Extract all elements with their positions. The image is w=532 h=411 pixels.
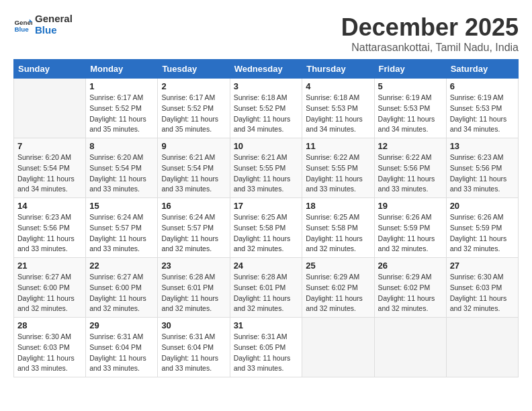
calendar-cell: 27Sunrise: 6:30 AMSunset: 6:03 PMDayligh…	[446, 258, 518, 318]
day-number: 25	[306, 261, 370, 271]
day-info: Sunrise: 6:27 AMSunset: 6:00 PMDaylight:…	[89, 272, 154, 314]
calendar-week-row: 21Sunrise: 6:27 AMSunset: 6:00 PMDayligh…	[14, 258, 519, 318]
calendar-cell: 14Sunrise: 6:23 AMSunset: 5:56 PMDayligh…	[14, 198, 86, 258]
day-number: 12	[378, 141, 443, 151]
day-number: 7	[17, 141, 82, 151]
day-info: Sunrise: 6:19 AMSunset: 5:53 PMDaylight:…	[450, 93, 515, 135]
day-info: Sunrise: 6:24 AMSunset: 5:57 PMDaylight:…	[89, 212, 154, 255]
day-info: Sunrise: 6:25 AMSunset: 5:58 PMDaylight:…	[306, 212, 370, 255]
day-number: 17	[234, 201, 299, 211]
day-number: 15	[89, 201, 154, 211]
day-info: Sunrise: 6:20 AMSunset: 5:54 PMDaylight:…	[17, 152, 82, 195]
day-number: 31	[234, 320, 299, 330]
day-info: Sunrise: 6:26 AMSunset: 5:59 PMDaylight:…	[450, 212, 515, 255]
column-header-saturday: Saturday	[446, 60, 518, 79]
calendar-cell: 28Sunrise: 6:30 AMSunset: 6:03 PMDayligh…	[14, 318, 86, 377]
day-number: 13	[450, 141, 515, 151]
day-number: 27	[450, 261, 515, 271]
calendar-cell: 10Sunrise: 6:21 AMSunset: 5:55 PMDayligh…	[230, 138, 302, 198]
calendar-cell: 3Sunrise: 6:18 AMSunset: 5:52 PMDaylight…	[230, 79, 302, 138]
day-info: Sunrise: 6:31 AMSunset: 6:05 PMDaylight:…	[234, 332, 299, 374]
day-info: Sunrise: 6:17 AMSunset: 5:52 PMDaylight:…	[89, 93, 154, 135]
day-number: 28	[17, 320, 82, 330]
logo-line2: Blue	[35, 25, 73, 36]
day-number: 24	[234, 261, 299, 271]
calendar-cell: 16Sunrise: 6:24 AMSunset: 5:57 PMDayligh…	[158, 198, 230, 258]
day-info: Sunrise: 6:22 AMSunset: 5:55 PMDaylight:…	[306, 152, 370, 195]
day-number: 4	[306, 81, 370, 91]
day-number: 10	[234, 141, 299, 151]
calendar-week-row: 14Sunrise: 6:23 AMSunset: 5:56 PMDayligh…	[14, 198, 519, 258]
day-info: Sunrise: 6:29 AMSunset: 6:02 PMDaylight:…	[378, 272, 443, 314]
calendar-cell: 18Sunrise: 6:25 AMSunset: 5:58 PMDayligh…	[302, 198, 374, 258]
location-subtitle: Nattarasankottai, Tamil Nadu, India	[341, 42, 519, 54]
day-number: 1	[89, 81, 154, 91]
logo-icon: General Blue	[13, 15, 32, 34]
calendar-cell	[446, 318, 518, 377]
day-info: Sunrise: 6:24 AMSunset: 5:57 PMDaylight:…	[161, 212, 226, 255]
day-number: 5	[378, 81, 443, 91]
calendar-cell: 6Sunrise: 6:19 AMSunset: 5:53 PMDaylight…	[446, 79, 518, 138]
title-block: December 2025 Nattarasankottai, Tamil Na…	[341, 13, 519, 54]
calendar-cell: 20Sunrise: 6:26 AMSunset: 5:59 PMDayligh…	[446, 198, 518, 258]
calendar-cell: 15Sunrise: 6:24 AMSunset: 5:57 PMDayligh…	[86, 198, 158, 258]
day-info: Sunrise: 6:23 AMSunset: 5:56 PMDaylight:…	[450, 152, 515, 195]
day-info: Sunrise: 6:18 AMSunset: 5:53 PMDaylight:…	[306, 93, 370, 135]
calendar-cell: 23Sunrise: 6:28 AMSunset: 6:01 PMDayligh…	[158, 258, 230, 318]
day-info: Sunrise: 6:31 AMSunset: 6:04 PMDaylight:…	[161, 332, 226, 374]
column-header-friday: Friday	[374, 60, 446, 79]
calendar-cell: 12Sunrise: 6:22 AMSunset: 5:56 PMDayligh…	[374, 138, 446, 198]
calendar-cell: 29Sunrise: 6:31 AMSunset: 6:04 PMDayligh…	[86, 318, 158, 377]
day-number: 18	[306, 201, 370, 211]
calendar-cell	[14, 79, 86, 138]
day-number: 29	[89, 320, 154, 330]
calendar-cell: 26Sunrise: 6:29 AMSunset: 6:02 PMDayligh…	[374, 258, 446, 318]
calendar-cell: 17Sunrise: 6:25 AMSunset: 5:58 PMDayligh…	[230, 198, 302, 258]
day-info: Sunrise: 6:22 AMSunset: 5:56 PMDaylight:…	[378, 152, 443, 195]
day-info: Sunrise: 6:17 AMSunset: 5:52 PMDaylight:…	[161, 93, 226, 135]
day-info: Sunrise: 6:27 AMSunset: 6:00 PMDaylight:…	[17, 272, 82, 314]
page-header: General Blue General Blue December 2025 …	[13, 13, 519, 54]
day-info: Sunrise: 6:25 AMSunset: 5:58 PMDaylight:…	[234, 212, 299, 255]
calendar-cell	[302, 318, 374, 377]
day-info: Sunrise: 6:28 AMSunset: 6:01 PMDaylight:…	[234, 272, 299, 314]
calendar-cell: 9Sunrise: 6:21 AMSunset: 5:54 PMDaylight…	[158, 138, 230, 198]
day-number: 11	[306, 141, 370, 151]
day-info: Sunrise: 6:21 AMSunset: 5:54 PMDaylight:…	[161, 152, 226, 195]
day-number: 26	[378, 261, 443, 271]
calendar-cell: 5Sunrise: 6:19 AMSunset: 5:53 PMDaylight…	[374, 79, 446, 138]
column-header-monday: Monday	[86, 60, 158, 79]
day-number: 6	[450, 81, 515, 91]
calendar-cell: 13Sunrise: 6:23 AMSunset: 5:56 PMDayligh…	[446, 138, 518, 198]
day-info: Sunrise: 6:18 AMSunset: 5:52 PMDaylight:…	[234, 93, 299, 135]
day-number: 21	[17, 261, 82, 271]
day-number: 19	[378, 201, 443, 211]
day-info: Sunrise: 6:26 AMSunset: 5:59 PMDaylight:…	[378, 212, 443, 255]
column-header-sunday: Sunday	[14, 60, 86, 79]
calendar-cell: 22Sunrise: 6:27 AMSunset: 6:00 PMDayligh…	[86, 258, 158, 318]
day-info: Sunrise: 6:19 AMSunset: 5:53 PMDaylight:…	[378, 93, 443, 135]
calendar-cell: 24Sunrise: 6:28 AMSunset: 6:01 PMDayligh…	[230, 258, 302, 318]
calendar-cell: 19Sunrise: 6:26 AMSunset: 5:59 PMDayligh…	[374, 198, 446, 258]
day-info: Sunrise: 6:29 AMSunset: 6:02 PMDaylight:…	[306, 272, 370, 314]
calendar-week-row: 7Sunrise: 6:20 AMSunset: 5:54 PMDaylight…	[14, 138, 519, 198]
day-info: Sunrise: 6:30 AMSunset: 6:03 PMDaylight:…	[450, 272, 515, 314]
calendar-cell: 7Sunrise: 6:20 AMSunset: 5:54 PMDaylight…	[14, 138, 86, 198]
day-info: Sunrise: 6:23 AMSunset: 5:56 PMDaylight:…	[17, 212, 82, 255]
svg-text:Blue: Blue	[14, 25, 29, 32]
day-info: Sunrise: 6:20 AMSunset: 5:54 PMDaylight:…	[89, 152, 154, 195]
calendar-cell	[374, 318, 446, 377]
column-header-wednesday: Wednesday	[230, 60, 302, 79]
day-info: Sunrise: 6:21 AMSunset: 5:55 PMDaylight:…	[234, 152, 299, 195]
day-info: Sunrise: 6:31 AMSunset: 6:04 PMDaylight:…	[89, 332, 154, 374]
day-number: 30	[161, 320, 226, 330]
day-number: 16	[161, 201, 226, 211]
day-number: 9	[161, 141, 226, 151]
day-number: 2	[161, 81, 226, 91]
day-info: Sunrise: 6:30 AMSunset: 6:03 PMDaylight:…	[17, 332, 82, 374]
day-number: 14	[17, 201, 82, 211]
calendar-table: SundayMondayTuesdayWednesdayThursdayFrid…	[13, 59, 519, 377]
calendar-week-row: 1Sunrise: 6:17 AMSunset: 5:52 PMDaylight…	[14, 79, 519, 138]
calendar-cell: 1Sunrise: 6:17 AMSunset: 5:52 PMDaylight…	[86, 79, 158, 138]
logo-line1: General	[35, 13, 73, 25]
